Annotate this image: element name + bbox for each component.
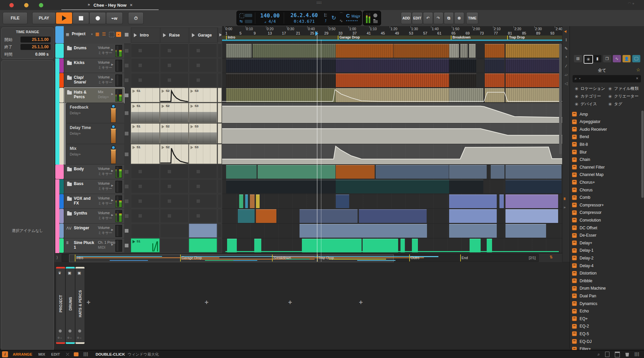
browser-device-item[interactable]: Chain <box>572 156 642 163</box>
automation-write-button[interactable]: ⌁w <box>106 12 123 24</box>
track-header-stringer[interactable]: ⋀⋁StringerVolumeミキサー▶ <box>64 224 124 238</box>
clip-stop-button[interactable] <box>125 132 128 135</box>
arranger-clip[interactable] <box>412 239 418 252</box>
clip-play-icon[interactable] <box>191 125 193 128</box>
track-expand-icon[interactable]: ▶ <box>111 199 113 202</box>
nav-chevron-icon[interactable]: ⟩ <box>56 255 58 260</box>
arranger-clip[interactable] <box>485 73 504 87</box>
nav-marker-label[interactable]: Outro <box>411 256 419 260</box>
arranger-clip[interactable] <box>302 239 361 252</box>
arranger-clip[interactable] <box>449 88 483 102</box>
arranger-clip[interactable] <box>394 44 449 58</box>
arranger-clip[interactable] <box>227 239 236 252</box>
browser-device-item[interactable]: Dribble <box>572 277 642 284</box>
add-device-button[interactable]: + <box>288 299 292 306</box>
browser-device-item[interactable]: Dual Pan <box>572 292 642 299</box>
clip-slot[interactable]: S2 <box>160 123 189 143</box>
browser-user-icon[interactable]: 👤 <box>623 55 631 62</box>
pencil-tool-icon[interactable]: ✎ <box>564 46 569 52</box>
marker-lane[interactable]: IntroGarage DropBreakdownTrap Drop <box>222 36 562 40</box>
favorite-star-icon[interactable]: ☆ <box>636 67 640 72</box>
device-chain-tab-hats-percs[interactable]: ▣HATS & PERCSo→ <box>75 266 85 344</box>
browser-modulator-icon[interactable]: ∿ <box>613 55 621 62</box>
clip-play-icon[interactable] <box>132 146 135 149</box>
arranger-clip[interactable] <box>226 88 336 102</box>
postroll-box[interactable] <box>245 20 252 23</box>
track-header-mix[interactable]: MixDelay+ <box>66 144 124 165</box>
browser-everything-icon[interactable]: ✳ <box>584 55 593 64</box>
scene-play-icon[interactable] <box>219 33 222 37</box>
select-tool-icon[interactable] <box>109 32 114 37</box>
clip-slot[interactable]: S2 <box>160 103 189 123</box>
key-chevron-icon[interactable]: ▼ <box>356 16 359 19</box>
clip-play-icon[interactable] <box>162 125 164 128</box>
filter-tag[interactable]: ✳タグ <box>608 101 622 107</box>
track-header-clap-snare-[interactable]: Clap/ Snare/Volumeミキサー▶ <box>64 73 124 88</box>
clip-slot[interactable] <box>189 58 217 72</box>
clip-slot[interactable] <box>189 73 217 87</box>
duplicate-button[interactable]: ⧉ <box>444 12 454 24</box>
clip-slot[interactable]: S1 <box>131 123 160 143</box>
arranger-clip[interactable] <box>336 44 393 58</box>
folder-icon[interactable] <box>67 197 72 201</box>
clip-slot[interactable] <box>160 165 189 179</box>
browser-device-item[interactable]: EQ-5 <box>572 330 642 337</box>
scene-play-icon[interactable] <box>163 33 166 37</box>
knife-tool-icon[interactable]: ∕ <box>564 64 569 70</box>
device-chain-tab-drums[interactable]: ▣DRUMSo→ <box>65 266 75 344</box>
browser-device-item[interactable]: Audio Receiver <box>572 126 642 133</box>
arranger-clip[interactable] <box>449 194 497 208</box>
nav-marker-label[interactable]: End <box>462 256 468 260</box>
time-range-value[interactable]: 0.000 s <box>20 51 51 57</box>
arranger-clip[interactable] <box>505 165 561 179</box>
punch-arrow-icon[interactable]: ⇆ <box>239 19 243 23</box>
browser-device-item[interactable]: Delay-1 <box>572 247 642 254</box>
redo-button[interactable]: ↷ <box>433 12 443 24</box>
arranger-row-4[interactable] <box>222 103 562 123</box>
clip-slot[interactable] <box>218 144 222 164</box>
clip-slot[interactable] <box>160 179 189 193</box>
play-menu-button[interactable]: PLAY <box>32 12 56 24</box>
arranger-clip[interactable] <box>336 180 449 193</box>
arranger-clip[interactable] <box>449 165 487 179</box>
arranger-row-5[interactable] <box>222 123 562 144</box>
clip-play-icon[interactable] <box>132 240 135 243</box>
add-device-button[interactable]: + <box>87 299 91 306</box>
statusbar-meter-icon[interactable]: ⫿⫿⫿ <box>634 352 639 357</box>
track-header-kicks[interactable]: KicksVolumeミキサー▶ <box>64 58 124 73</box>
time-button[interactable]: TIME <box>466 12 478 24</box>
arranger-clip[interactable] <box>253 44 335 58</box>
scene-header-raise[interactable]: Raise <box>160 27 189 43</box>
browser-device-item[interactable]: Distortion <box>572 270 642 277</box>
add-button[interactable]: ADD <box>401 12 412 24</box>
arranger-clip[interactable] <box>363 239 398 252</box>
scene-header-garage[interactable]: Garage <box>189 27 218 43</box>
statusbar-mode-edit[interactable]: EDIT <box>51 352 60 356</box>
clip-slot[interactable] <box>160 44 189 58</box>
arranger-clip[interactable] <box>505 224 546 238</box>
clip-slot[interactable] <box>218 165 222 179</box>
clip-slot[interactable] <box>218 103 222 123</box>
window-close-button[interactable] <box>9 3 14 7</box>
clip-slot[interactable]: S3 <box>189 123 217 143</box>
browser-device-item[interactable]: Channel Map <box>572 171 642 178</box>
browser-device-item[interactable]: Compressor+ <box>572 201 642 208</box>
arranger-row-6[interactable] <box>222 144 562 165</box>
browser-device-item[interactable]: EQ+ <box>572 315 642 322</box>
dual-panel-icon[interactable]: ⤫ <box>66 352 69 357</box>
browser-device-item[interactable]: Compressor <box>572 209 642 216</box>
arranger-clip[interactable] <box>485 59 504 72</box>
browser-device-item[interactable]: Bend <box>572 133 642 140</box>
clip-slot[interactable]: S3 <box>189 103 217 123</box>
arranger-row-2[interactable] <box>222 73 562 88</box>
arranger-clip[interactable] <box>505 59 561 72</box>
clip-stop-button[interactable] <box>125 185 128 188</box>
fades-icon[interactable]: ∿ <box>339 18 343 23</box>
folder-icon[interactable] <box>67 212 72 216</box>
panel-layout-icon[interactable] <box>74 352 78 356</box>
automation-active-dot[interactable] <box>111 104 115 108</box>
arranger-clip[interactable] <box>245 194 248 208</box>
punch-in-icon[interactable]: ⬱ <box>324 13 327 17</box>
info-icon[interactable]: i <box>2 351 8 357</box>
folder-icon[interactable] <box>67 168 72 171</box>
